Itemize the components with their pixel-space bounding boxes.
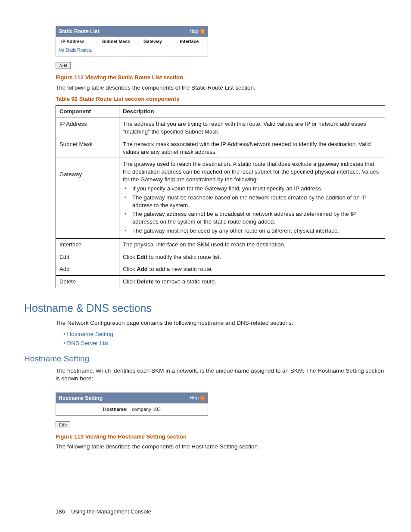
h1-intro: The Network Configuration page contains … — [56, 319, 385, 327]
hostname-panel: Hostname Setting Help ? Hostname: compan… — [56, 392, 208, 416]
edit-button[interactable]: Edit — [56, 421, 70, 428]
column-headers: IP Address Subnet Mask Gateway Interface — [56, 37, 208, 46]
row-gateway-desc: The gateway used to reach the destinatio… — [119, 158, 385, 238]
hostname-row: Hostname: company-103 — [56, 403, 208, 415]
figure-112-caption: Figure 112 Viewing the Static Route List… — [56, 74, 385, 81]
hostname-setting-heading: Hostname Setting — [24, 353, 385, 364]
help-text: Help — [190, 395, 199, 401]
row-del-name: Delete — [56, 276, 119, 288]
row-ip-name: IP Address — [56, 118, 119, 138]
help-link[interactable]: Help ? — [190, 28, 205, 34]
row-iface-desc: The physical interface on the SKM used t… — [119, 238, 385, 251]
page-number: 186 — [56, 508, 65, 515]
panel-title: Static Route List — [59, 28, 100, 35]
col-mask: Subnet Mask — [98, 38, 134, 44]
link-hostname-setting[interactable]: Hostname Setting — [63, 330, 385, 338]
help-text: Help — [190, 28, 199, 34]
help-link[interactable]: Help ? — [190, 395, 205, 401]
empty-state: No Static Routes. — [56, 46, 208, 56]
link-dns-server-list[interactable]: DNS Server List — [63, 339, 385, 347]
table-92: Component Description IP Address The add… — [56, 105, 385, 288]
row-iface-name: Interface — [56, 238, 119, 251]
figure-112-desc: The following table describes the compon… — [56, 84, 385, 92]
row-del-desc: Click Delete to remove a static route. — [119, 276, 385, 288]
col-gateway: Gateway — [134, 38, 171, 44]
h2-intro: The hostname, which identifies each SKM … — [56, 367, 385, 383]
row-gateway-name: Gateway — [56, 158, 119, 238]
col-ip: IP Address — [56, 38, 98, 44]
gateway-intro: The gateway used to reach the destinatio… — [123, 161, 379, 183]
figure-113-caption: Figure 113 Viewing the Hostname Setting … — [56, 433, 385, 441]
row-add-desc: Click Add to add a new static route. — [119, 263, 385, 276]
row-ip-desc: The address that you are trying to reach… — [119, 118, 385, 138]
row-edit-name: Edit — [56, 251, 119, 263]
row-edit-desc: Click Edit to modify the static route li… — [119, 251, 385, 263]
panel-header: Static Route List Help ? — [56, 26, 208, 37]
col-iface: Interface — [171, 38, 208, 44]
gateway-b3: The gateway address cannot be a broadcas… — [131, 210, 381, 226]
hostname-dns-heading: Hostname & DNS sections — [24, 301, 385, 316]
hostname-label: Hostname: — [103, 406, 128, 413]
gateway-b2: The gateway must be reachable based on t… — [131, 194, 381, 209]
row-mask-desc: The network mask associated with the IP … — [119, 138, 385, 158]
th-description: Description — [119, 106, 385, 118]
help-icon: ? — [200, 29, 205, 34]
hostname-value: company-103 — [132, 406, 161, 413]
table-92-caption: Table 92 Static Route List section compo… — [56, 95, 385, 103]
static-route-panel: Static Route List Help ? IP Address Subn… — [56, 26, 208, 56]
hostname-panel-header: Hostname Setting Help ? — [56, 393, 208, 403]
gateway-b1: If you specify a value for the Gateway f… — [131, 185, 381, 193]
row-mask-name: Subnet Mask — [56, 138, 119, 158]
figure-113-desc: The following table describes the compon… — [56, 443, 385, 451]
section-links: Hostname Setting DNS Server List — [63, 330, 385, 347]
gateway-b4: The gateway must not be used by any othe… — [131, 227, 381, 235]
help-icon: ? — [200, 395, 205, 401]
row-add-name: Add — [56, 263, 119, 276]
add-button[interactable]: Add — [56, 62, 71, 69]
footer-title: Using the Management Console — [71, 508, 151, 515]
hostname-panel-title: Hostname Setting — [59, 395, 103, 401]
th-component: Component — [56, 106, 119, 118]
page-footer: 186 Using the Management Console — [56, 508, 151, 516]
